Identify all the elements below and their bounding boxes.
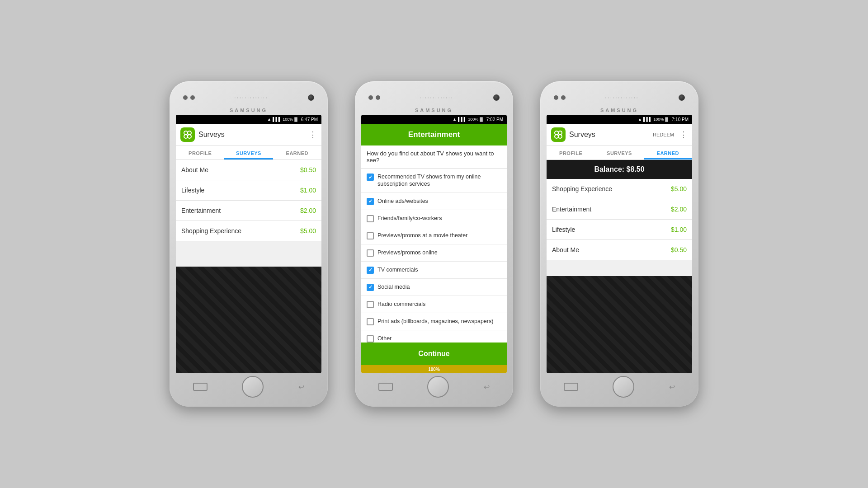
option-8[interactable]: Radio commercials xyxy=(361,296,507,313)
phone-3-top-bezel: ············· xyxy=(547,89,692,106)
tab-profile-3[interactable]: PROFILE xyxy=(547,146,595,160)
option-2[interactable]: Online ads/websites xyxy=(361,193,507,210)
checkbox-6[interactable] xyxy=(367,267,374,274)
phone-2-sensors xyxy=(368,95,380,100)
nav-recent-3[interactable] xyxy=(564,383,578,391)
tab-profile-1[interactable]: PROFILE xyxy=(176,146,224,160)
option-6[interactable]: TV commercials xyxy=(361,262,507,279)
app-title-3: Surveys xyxy=(569,131,649,139)
app-title-1: Surveys xyxy=(198,131,305,139)
nav-home-2[interactable] xyxy=(427,376,449,398)
survey-list-1: About Me $0.50 Lifestyle $1.00 Entertain… xyxy=(176,160,321,267)
option-5[interactable]: Previews/promos online xyxy=(361,244,507,262)
option-text-1: Recommended TV shows from my online subs… xyxy=(377,173,501,188)
option-9[interactable]: Print ads (billboards, magazines, newspa… xyxy=(361,313,507,330)
checkbox-5[interactable] xyxy=(367,249,374,257)
survey-item-about-me[interactable]: About Me $0.50 xyxy=(176,160,321,180)
progress-text: 100% xyxy=(428,367,440,372)
progress-bar: 100% xyxy=(361,365,507,373)
option-1[interactable]: Recommended TV shows from my online subs… xyxy=(361,169,507,193)
tab-earned-3[interactable]: EARNED xyxy=(644,146,692,160)
wifi-icon: ▲ xyxy=(267,117,271,122)
svg-point-6 xyxy=(555,135,558,138)
survey-name-entertainment: Entertainment xyxy=(181,207,221,214)
earned-name-lifestyle: Lifestyle xyxy=(552,226,575,233)
earned-value-shopping: $5.00 xyxy=(671,185,687,192)
dark-section-1 xyxy=(176,267,321,373)
nav-recent-2[interactable] xyxy=(378,383,393,391)
battery-percent: 100% xyxy=(283,117,293,122)
tab-surveys-3[interactable]: SURVEYS xyxy=(595,146,643,160)
phone-3: ············· SAMSUNG ▲ ▌▌▌ 100% ▓ 7:10 … xyxy=(540,81,698,407)
status-time-2: 7:02 PM xyxy=(486,117,503,122)
nav-recent-1[interactable] xyxy=(193,383,208,391)
phone-3-screen: ▲ ▌▌▌ 100% ▓ 7:10 PM Surveys REDEEM ⋮ xyxy=(547,115,692,373)
option-text-4: Previews/promos at a movie theater xyxy=(377,232,467,239)
continue-button[interactable]: Continue xyxy=(361,343,507,365)
svg-point-2 xyxy=(184,135,188,138)
nav-home-3[interactable] xyxy=(613,376,634,398)
checkbox-9[interactable] xyxy=(367,318,374,325)
phone-3-camera xyxy=(679,94,685,101)
nav-home-1[interactable] xyxy=(242,376,264,398)
option-7[interactable]: Social media xyxy=(361,279,507,296)
wifi-icon-3: ▲ xyxy=(638,117,642,122)
nav-back-3[interactable]: ↩ xyxy=(669,383,675,391)
phone-2-top-bezel: ············· xyxy=(361,89,507,106)
option-4[interactable]: Previews/promos at a movie theater xyxy=(361,227,507,244)
sensor-dot-3 xyxy=(368,95,373,100)
survey-value-shopping: $5.00 xyxy=(300,227,316,235)
nav-back-2[interactable]: ↩ xyxy=(484,383,490,391)
svg-point-7 xyxy=(558,135,562,138)
svg-point-0 xyxy=(184,131,188,135)
phone-2-brand: SAMSUNG xyxy=(415,108,453,113)
checkbox-3[interactable] xyxy=(367,215,374,222)
earned-list: Shopping Experience $5.00 Entertainment … xyxy=(547,179,692,276)
checkbox-8[interactable] xyxy=(367,301,374,308)
nav-back-1[interactable]: ↩ xyxy=(298,383,304,391)
phone-1-screen: ▲ ▌▌▌ 100% ▓ 6:47 PM Surveys ⋮ PROFILE xyxy=(176,115,321,373)
signal-icon-3: ▌▌▌ xyxy=(643,117,652,122)
option-10[interactable]: Other xyxy=(361,330,507,343)
battery-icon: ▓ xyxy=(294,117,297,122)
earned-item-lifestyle[interactable]: Lifestyle $1.00 xyxy=(547,220,692,240)
header-menu-1[interactable]: ⋮ xyxy=(309,130,317,140)
signal-icon: ▌▌▌ xyxy=(273,117,281,122)
earned-item-shopping[interactable]: Shopping Experience $5.00 xyxy=(547,179,692,199)
option-text-3: Friends/family/co-workers xyxy=(377,215,442,222)
phone-2-camera xyxy=(493,94,500,101)
sensor-dot-6 xyxy=(561,95,566,100)
status-time-3: 7:10 PM xyxy=(672,117,689,122)
checkbox-1[interactable] xyxy=(367,174,374,181)
survey-item-entertainment[interactable]: Entertainment $2.00 xyxy=(176,201,321,221)
dark-section-3 xyxy=(547,276,692,373)
svg-point-3 xyxy=(188,135,191,138)
redeem-button[interactable]: REDEEM xyxy=(653,132,674,137)
earned-item-aboutme[interactable]: About Me $0.50 xyxy=(547,240,692,260)
survey-value-about-me: $0.50 xyxy=(300,166,316,174)
tab-surveys-1[interactable]: SURVEYS xyxy=(224,146,273,160)
option-text-8: Radio commercials xyxy=(377,300,425,308)
phone-2-status-bar: ▲ ▌▌▌ 100% ▓ 7:02 PM xyxy=(361,115,507,124)
checkbox-7[interactable] xyxy=(367,284,374,291)
survey-item-lifestyle[interactable]: Lifestyle $1.00 xyxy=(176,180,321,201)
survey-item-shopping[interactable]: Shopping Experience $5.00 xyxy=(176,221,321,241)
survey-name-shopping: Shopping Experience xyxy=(181,227,241,235)
survey-options-list: Recommended TV shows from my online subs… xyxy=(361,169,507,343)
earned-value-aboutme: $0.50 xyxy=(671,246,687,253)
phone-2-speaker: ············· xyxy=(420,95,453,100)
tabs-3: PROFILE SURVEYS EARNED xyxy=(547,146,692,160)
earned-item-entertainment[interactable]: Entertainment $2.00 xyxy=(547,199,692,220)
checkbox-10[interactable] xyxy=(367,335,374,343)
status-icons-3: ▲ ▌▌▌ 100% ▓ xyxy=(638,117,668,122)
tab-earned-1[interactable]: EARNED xyxy=(273,146,321,160)
phone-1-camera xyxy=(308,94,314,101)
phone-1-brand: SAMSUNG xyxy=(230,108,268,113)
balance-display: Balance: $8.50 xyxy=(547,160,692,179)
checkbox-2[interactable] xyxy=(367,198,374,205)
header-menu-3[interactable]: ⋮ xyxy=(679,130,688,140)
option-3[interactable]: Friends/family/co-workers xyxy=(361,210,507,227)
status-time: 6:47 PM xyxy=(301,117,318,122)
option-text-2: Online ads/websites xyxy=(377,197,428,205)
checkbox-4[interactable] xyxy=(367,232,374,239)
